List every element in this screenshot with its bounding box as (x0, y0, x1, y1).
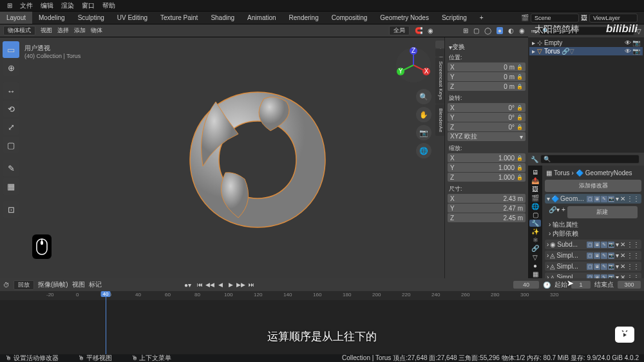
hdr-select[interactable]: 选择 (57, 26, 69, 35)
mod-geometry[interactable]: ▾🔷Geometr... ▢🖥✎📷▾✕⋮⋮ (545, 194, 641, 204)
add-modifier-button[interactable]: 添加修改器 (545, 180, 641, 192)
tool-annotate[interactable]: ✎ (3, 160, 19, 176)
ptab-scene[interactable]: 🎬 (529, 194, 541, 201)
ptab-object[interactable]: ▢ (529, 211, 541, 218)
viewport-3d[interactable]: 用户透视 (40) Collection | Torus ▭ ⊕ ↔ ⟲ ⤢ ▢… (0, 37, 528, 278)
tool-select[interactable]: ▭ (3, 41, 19, 58)
pan-icon[interactable]: ✋ (416, 107, 431, 122)
shade-material-icon[interactable]: ◐ (508, 27, 514, 34)
tool-move[interactable]: ↔ (3, 82, 19, 99)
rot-mode[interactable]: XYZ 欧拉▾ (448, 132, 526, 141)
breadcrumb[interactable]: ▦Torus›🔷GeometryNodes (545, 168, 641, 178)
mod-simpl3[interactable]: ›◬Simpl...▢🖥✎📷▾✕⋮⋮ (545, 272, 641, 278)
timeline-scale[interactable]: -200204060801001201401601802002202402602… (0, 291, 644, 300)
tool-transform[interactable]: ▢ (3, 137, 19, 153)
ws-shading[interactable]: Shading (204, 12, 241, 24)
tool-addcube[interactable]: ⊡ (3, 201, 19, 218)
bilibili-play-icon[interactable] (615, 327, 634, 343)
scale-x[interactable]: X1.000🔒 (448, 153, 526, 162)
ws-geonodes[interactable]: Geometry Nodes (374, 12, 435, 24)
hdr-view[interactable]: 视图 (41, 26, 52, 35)
timeline-body[interactable]: 40 (0, 300, 644, 354)
current-frame[interactable]: 40 (513, 281, 539, 289)
tl-view[interactable]: 视图 (72, 280, 85, 289)
menu-help[interactable]: 帮助 (99, 1, 119, 10)
dim-x[interactable]: X2.43 m (448, 194, 526, 203)
shade-rendered-icon[interactable]: ◉ (519, 27, 525, 34)
menu-edit[interactable]: 编辑 (37, 1, 57, 10)
ptab-output[interactable]: 📤 (529, 177, 541, 184)
ptab-particles[interactable]: ✨ (529, 228, 541, 235)
menu-render[interactable]: 渲染 (57, 1, 78, 10)
rot-z[interactable]: Z0°🔒 (448, 122, 526, 131)
tool-scale[interactable]: ⤢ (3, 119, 19, 135)
viewlayer-input[interactable] (589, 14, 638, 23)
xray-icon[interactable]: ▢ (473, 27, 479, 34)
hdr-add[interactable]: 添加 (74, 26, 86, 35)
ws-scripting[interactable]: Scripting (435, 12, 473, 24)
ws-sculpting[interactable]: Sculpting (71, 12, 111, 24)
ws-rendering[interactable]: Rendering (283, 12, 325, 24)
outliner-empty[interactable]: ▸⊹Empty 👁📷 (529, 39, 643, 47)
render-icon[interactable]: 📷 (632, 48, 640, 55)
ntab-tool[interactable]: 工具 (435, 49, 444, 57)
next-key-icon[interactable]: ▶▶ (236, 280, 245, 289)
end-frame[interactable]: 300 (618, 281, 641, 289)
ptab-data[interactable]: ▽ (529, 254, 541, 261)
ws-animation[interactable]: Animation (241, 12, 282, 24)
ptab-view[interactable]: 🖼 (529, 186, 541, 193)
tool-rotate[interactable]: ⟲ (3, 100, 19, 117)
output-attrs[interactable]: › 输出属性 (549, 220, 638, 229)
internal-deps[interactable]: › 内部依赖 (549, 229, 638, 238)
transform-header[interactable]: ▾ 变换 (448, 41, 526, 53)
snap-icon[interactable]: 🧲 (415, 27, 422, 34)
tool-cursor[interactable]: ⊕ (3, 59, 19, 76)
persp-icon[interactable]: 🌐 (416, 143, 431, 158)
outliner-body[interactable]: ▸⊹Empty 👁📷 ▸▽Torus 🔗▽ 👁📷 (528, 37, 644, 153)
jump-end-icon[interactable]: ⏭ (247, 280, 256, 289)
scene-name-input[interactable] (531, 14, 579, 23)
overlay-icon[interactable]: ⊞ (463, 27, 468, 34)
link-icon[interactable]: 🔗▾ (549, 206, 560, 218)
playback-dropdown[interactable]: 回放 (14, 280, 34, 290)
orientation-dropdown[interactable]: 全局 (389, 26, 410, 35)
ptab-physics[interactable]: ⚛ (529, 236, 541, 243)
render-icon[interactable]: 📷 (632, 39, 640, 46)
tl-marker[interactable]: 标记 (89, 280, 102, 289)
menu-window[interactable]: 窗口 (78, 1, 99, 10)
blender-logo[interactable]: ⊞ (3, 2, 16, 9)
tl-keying[interactable]: 抠像(插帧) (38, 280, 68, 289)
ptab-render[interactable]: 🖥 (529, 169, 541, 176)
mod-subd[interactable]: ›◉Subd...▢🖥✎📷▾✕⋮⋮ (545, 240, 641, 249)
tl-icon[interactable]: ⏱ (3, 281, 10, 289)
dim-z[interactable]: Z2.45 m (448, 213, 526, 222)
ws-compositing[interactable]: Compositing (325, 12, 374, 24)
hdr-object[interactable]: 物体 (91, 26, 102, 35)
loc-z[interactable]: Z0 m🔒 (448, 82, 526, 91)
menu-file[interactable]: 文件 (16, 1, 37, 10)
scale-y[interactable]: Y1.000🔒 (448, 163, 526, 172)
proportional-icon[interactable]: ◉ (428, 27, 433, 34)
prev-key-icon[interactable]: ◀◀ (205, 280, 214, 289)
mode-dropdown[interactable]: 物体模式 (3, 26, 35, 35)
ptab-world[interactable]: 🌐 (529, 203, 541, 210)
start-frame[interactable]: 1 (571, 281, 591, 289)
outliner-torus[interactable]: ▸▽Torus 🔗▽ 👁📷 (529, 47, 643, 55)
ptab-modifier[interactable]: 🔧 (529, 220, 541, 227)
ws-uv[interactable]: UV Editing (111, 12, 154, 24)
play-icon[interactable]: ▶ (226, 280, 235, 289)
dim-y[interactable]: Y2.47 m (448, 204, 526, 213)
camera-icon[interactable]: 📷 (416, 125, 431, 140)
ws-add[interactable]: + (473, 12, 490, 24)
autokey-icon[interactable]: ●▾ (184, 281, 191, 289)
play-rev-icon[interactable]: ◀ (216, 280, 225, 289)
eye-icon[interactable]: 👁 (625, 48, 631, 55)
ws-layout[interactable]: Layout (0, 12, 32, 24)
scale-z[interactable]: Z1.000🔒 (448, 173, 526, 182)
ntab-screencast[interactable]: Screencast Keys (435, 57, 444, 104)
ws-texture[interactable]: Texture Paint (154, 12, 204, 24)
ptab-material[interactable]: ● (529, 262, 541, 269)
mesh-torus[interactable] (180, 82, 335, 237)
new-button[interactable]: 新建 (567, 206, 638, 218)
nav-gizmo[interactable]: X Y Z (395, 47, 431, 83)
